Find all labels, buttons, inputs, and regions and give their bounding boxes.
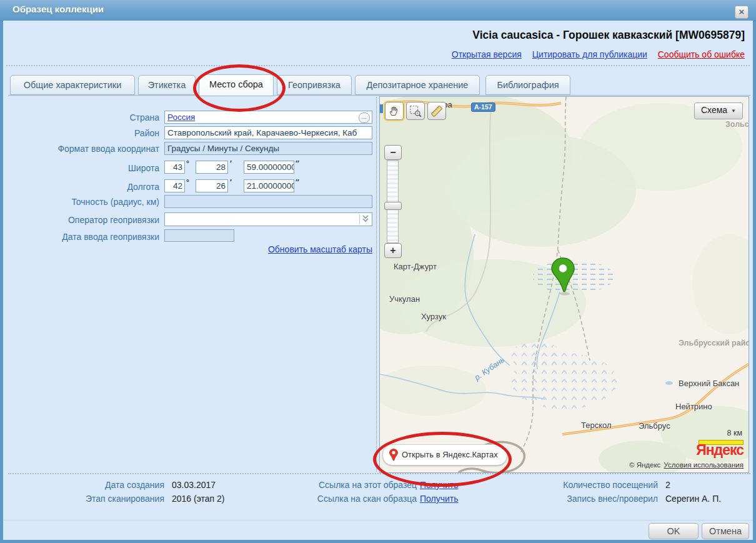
copyright-text: © Яндекс <box>629 461 660 469</box>
yandex-logo[interactable]: Яндекс <box>696 442 744 459</box>
form-map-splitter[interactable] <box>376 97 377 472</box>
button-bar-separator <box>3 520 753 521</box>
entered-by-value: Серегин А. П. <box>665 494 721 504</box>
report-error-link[interactable]: Сообщить об ошибке <box>658 49 745 59</box>
tab-general[interactable]: Общие характеристики <box>10 75 135 95</box>
map-label-elbrussky-district: Эльбрусский район <box>679 339 749 347</box>
cite-link[interactable]: Цитировать для публикации <box>532 49 647 59</box>
operator-combobox[interactable] <box>164 212 372 226</box>
zoom-select-tool-button[interactable] <box>406 102 425 120</box>
visits-label: Количество посещений <box>500 480 658 490</box>
geo-date-field[interactable] <box>164 229 234 242</box>
longitude-label: Долгота <box>19 182 159 192</box>
pan-tool-button[interactable] <box>385 102 404 120</box>
tab-label[interactable]: Этикетка <box>138 75 196 95</box>
zoom-in-button[interactable]: + <box>384 243 402 258</box>
map-label-khurzuk: Хурзук <box>421 312 446 321</box>
map-label-terskol: Терскол <box>581 421 612 430</box>
dropdown-arrow-icon: ▼ <box>731 108 736 114</box>
country-browse-button[interactable]: ... <box>359 112 370 123</box>
tab-bibliography[interactable]: Библиография <box>485 75 570 95</box>
accuracy-field[interactable] <box>164 195 372 208</box>
ruler-tool-button[interactable] <box>427 102 446 120</box>
magnifier-select-icon <box>409 104 422 118</box>
country-value-link[interactable]: Россия <box>167 112 195 122</box>
placemark-icon[interactable] <box>549 257 577 296</box>
tab-collection-place[interactable]: Место сбора <box>199 74 274 96</box>
footer-separator <box>8 473 750 474</box>
open-in-yandex-maps-label: Открыть в Яндекс.Картах <box>402 450 498 459</box>
deg-symbol: ° <box>186 178 189 187</box>
region-field[interactable]: Ставропольский край, Карачаево-Черкесия,… <box>164 126 372 139</box>
min-symbol: ′ <box>230 178 232 187</box>
header-links: Открытая версия Цитировать для публикаци… <box>444 49 745 59</box>
geo-date-label: Дата ввода геопривязки <box>19 232 159 242</box>
map-copyright: © ЯндексУсловия использования <box>629 461 744 469</box>
close-icon: × <box>739 6 745 17</box>
longitude-deg-field[interactable]: 42 <box>164 179 185 192</box>
map-panel[interactable]: ара А-157 Схема▼ <box>379 96 749 473</box>
specimen-link: Получить <box>420 480 459 490</box>
map-label-verkhniy-baksan: Верхний Баксан <box>679 379 739 388</box>
dialog-titlebar[interactable]: Образец коллекции × <box>0 0 756 21</box>
created-label: Дата создания <box>25 480 164 490</box>
scan-link-action[interactable]: Получить <box>420 494 459 504</box>
map-type-label: Схема <box>701 105 727 115</box>
open-in-yandex-maps-button[interactable]: Открыть в Яндекс.Картах <box>382 444 507 466</box>
accuracy-label: Точность (радиус, км) <box>19 197 159 207</box>
road-badge-a157: А-157 <box>471 102 495 112</box>
coord-format-field[interactable]: Градусы / Минуты / Секунды <box>164 142 372 155</box>
update-map-scale: Обновить масштаб карты <box>164 244 372 254</box>
min-symbol: ′ <box>230 159 232 168</box>
latitude-label: Широта <box>19 163 159 173</box>
latitude-min-field[interactable]: 28 <box>196 161 228 174</box>
scan-link-label: Ссылка на скан образца <box>262 494 417 504</box>
country-field[interactable]: Россия ... <box>164 111 372 124</box>
latitude-deg-field[interactable]: 43 <box>164 161 185 174</box>
tab-georeference[interactable]: Геопривязка <box>277 75 352 95</box>
hand-icon <box>387 104 401 118</box>
ok-button[interactable]: OK <box>649 523 699 539</box>
red-pin-icon <box>389 448 399 462</box>
created-value: 03.03.2017 <box>172 480 216 490</box>
scan-stage-value: 2016 (этап 2) <box>172 494 225 504</box>
latitude-sec-field[interactable]: 59.00000000 <box>244 161 294 174</box>
scan-stage-label: Этап сканирования <box>25 494 164 504</box>
specimen-link-action[interactable]: Получить <box>420 480 459 490</box>
entered-by-label: Запись внес/проверил <box>500 494 658 504</box>
map-scale-label: 8 км <box>727 429 743 437</box>
chevron-double-down-icon <box>362 214 369 223</box>
longitude-min-field[interactable]: 26 <box>196 179 228 192</box>
zoom-out-button[interactable]: − <box>384 145 402 160</box>
update-map-scale-link[interactable]: Обновить масштаб карты <box>268 244 372 254</box>
longitude-sec-field[interactable]: 21.00000000 <box>244 179 294 192</box>
map-type-button[interactable]: Схема▼ <box>694 102 743 119</box>
map-label-zolsky: Зольск <box>725 120 749 129</box>
page-title: Vicia caucasica - Горошек кавказский [MW… <box>472 29 745 42</box>
map-label-neytrino: Нейтрино <box>675 402 712 411</box>
small-lake <box>665 381 673 385</box>
scan-link: Получить <box>420 494 459 504</box>
ellipsis-icon: ... <box>362 114 367 120</box>
zoom-slider-handle[interactable] <box>384 202 402 210</box>
coord-format-label: Формат ввода координат <box>19 144 159 154</box>
dialog-title: Образец коллекции <box>12 4 104 14</box>
open-version-link[interactable]: Открытая версия <box>452 49 522 59</box>
deg-symbol: ° <box>186 159 189 168</box>
specimen-dialog: Образец коллекции × Vicia caucasica - Го… <box>0 0 756 543</box>
operator-label: Оператор геопривязки <box>19 215 159 225</box>
cancel-button[interactable]: Отмена <box>702 523 749 539</box>
ruler-icon <box>430 104 444 118</box>
operator-dropdown-button[interactable] <box>359 214 371 224</box>
tab-depository[interactable]: Депозитарное хранение <box>355 75 480 95</box>
sec-symbol: ″ <box>296 159 299 168</box>
sec-symbol: ″ <box>296 178 299 187</box>
close-button[interactable]: × <box>735 6 749 19</box>
terms-link[interactable]: Условия использования <box>664 461 744 469</box>
country-label: Страна <box>19 112 159 122</box>
map-label-uchkulan: Учкулан <box>389 294 420 304</box>
map-label-kart-dzhurt: Карт-Джурт <box>394 262 437 271</box>
specimen-link-label: Ссылка на этот образец <box>262 480 417 490</box>
tab-baseline <box>8 95 750 96</box>
road-badge-fragment <box>380 104 383 113</box>
